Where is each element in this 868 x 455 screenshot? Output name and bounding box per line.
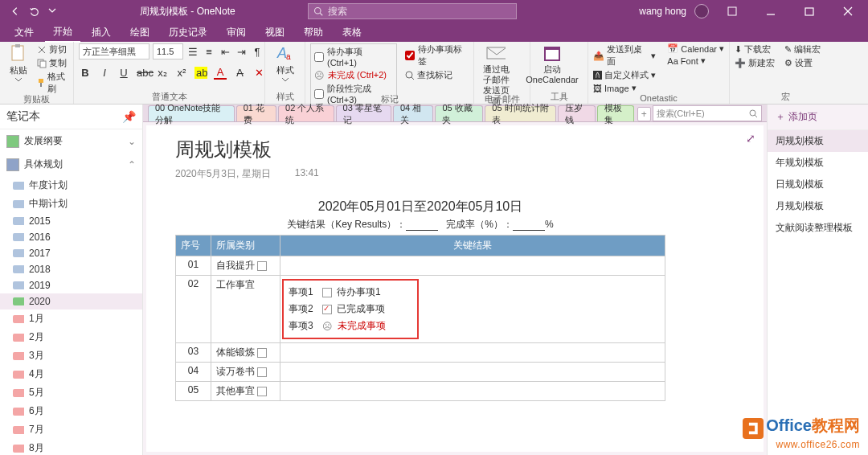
window-close-button[interactable]: [833, 0, 863, 23]
notebook-leaf[interactable]: 7月: [0, 420, 142, 439]
global-search[interactable]: 搜索: [308, 3, 517, 19]
notebook-section[interactable]: 发展纲要 ⌄: [0, 129, 142, 153]
bold-button[interactable]: B: [79, 67, 92, 79]
user-avatar[interactable]: [694, 4, 709, 18]
subscript-button[interactable]: x₂: [156, 67, 169, 79]
tag-todo[interactable]: 待办事项 (Ctrl+1): [314, 46, 393, 68]
notebook-leaf[interactable]: 6月: [0, 402, 142, 420]
content-subtitle[interactable]: 关键结果（Key Results）： 完成率（%）： %: [175, 218, 665, 232]
notebook-leaf[interactable]: 2020: [0, 293, 142, 309]
notebook-leaf[interactable]: 2017: [0, 245, 142, 261]
page-list-item[interactable]: 年规划模板: [768, 152, 868, 174]
dropdown-icon[interactable]: [48, 6, 59, 17]
expand-icon[interactable]: ⤢: [746, 132, 755, 145]
page-list-item[interactable]: 周规划模板: [768, 130, 868, 152]
notebook-leaf[interactable]: 2月: [0, 328, 142, 346]
outdent-icon[interactable]: ⇤: [219, 46, 231, 58]
page-list-item[interactable]: 日规划模板: [768, 174, 868, 195]
checkbox-done-icon[interactable]: [322, 305, 332, 314]
underline-button[interactable]: U: [117, 67, 130, 79]
notebook-leaf[interactable]: 5月: [0, 383, 142, 402]
font-size-select[interactable]: 11.5: [153, 43, 183, 59]
page-canvas[interactable]: ⤢ 周规划模板 2020年5月3日, 星期日 13:41 2020年05月01日…: [146, 125, 764, 452]
checkbox-icon[interactable]: [257, 348, 267, 358]
back-icon[interactable]: [10, 6, 21, 17]
download-macro-button[interactable]: ⬇ 下载宏: [735, 43, 775, 55]
user-name-label[interactable]: wang hong: [639, 6, 686, 17]
format-painter-button[interactable]: 格式刷: [37, 71, 68, 95]
superscript-button[interactable]: x²: [175, 67, 188, 79]
menu-item[interactable]: 表格: [334, 23, 370, 42]
section-tab[interactable]: 05 时间统计附表: [485, 105, 556, 121]
section-tab[interactable]: 05 收藏夹: [435, 105, 483, 121]
notebook-leaf[interactable]: 8月: [0, 439, 142, 455]
clear-format-button[interactable]: A̶: [233, 67, 246, 79]
copy-button[interactable]: 复制: [37, 57, 68, 69]
key-results-table[interactable]: 序号 所属类别 关键结果 01 自我提升 02 工作事宜: [175, 235, 665, 401]
font-name-select[interactable]: 方正兰亭细黑: [79, 43, 149, 59]
notebook-section[interactable]: 具体规划 ⌃: [0, 153, 142, 176]
image-button[interactable]: 🖼 Image ▾: [593, 83, 656, 93]
send-to-desktop-button[interactable]: 📤 发送到桌面 ▾: [593, 43, 656, 68]
notebook-leaf[interactable]: 2018: [0, 261, 142, 277]
notebook-leaf[interactable]: 2019: [0, 277, 142, 293]
notebook-leaf[interactable]: 1月: [0, 309, 142, 328]
page-search[interactable]: 搜索(Ctrl+E): [653, 105, 762, 121]
add-page-button[interactable]: ＋ 添加页: [768, 105, 868, 130]
undo-icon[interactable]: [29, 6, 40, 17]
strike-button[interactable]: abc: [137, 67, 149, 79]
notebook-leaf[interactable]: 4月: [0, 365, 142, 383]
font-button[interactable]: Aa Font ▾: [667, 55, 724, 66]
edit-macro-button[interactable]: ✎ 编辑宏: [784, 43, 821, 55]
menu-item[interactable]: 视图: [257, 23, 293, 42]
page-title[interactable]: 周规划模板: [175, 137, 735, 162]
notebook-leaf[interactable]: 中期计划: [0, 195, 142, 213]
styles-button[interactable]: Aa 样式: [270, 43, 300, 82]
highlight-button[interactable]: ab: [194, 67, 207, 79]
bullet-list-icon[interactable]: ☰: [186, 46, 199, 58]
menu-item[interactable]: 审阅: [219, 23, 254, 42]
window-minimize-button[interactable]: [755, 0, 786, 23]
section-tab[interactable]: 02 个人系统: [278, 105, 334, 121]
number-list-icon[interactable]: ≡: [203, 46, 215, 58]
paste-button[interactable]: 粘贴: [5, 43, 32, 82]
section-tab[interactable]: 01 花费: [236, 105, 276, 121]
checkbox-icon[interactable]: [257, 261, 267, 271]
calendar-button[interactable]: 📅 Calendar ▾: [667, 43, 724, 54]
page-list-item[interactable]: 文献阅读整理模板: [768, 217, 868, 239]
section-tab[interactable]: 04 相关: [393, 105, 433, 121]
window-maximize-button[interactable]: [794, 0, 825, 23]
launch-onecalendar-button[interactable]: 启动OneCalendar: [535, 43, 569, 85]
find-tags-button[interactable]: 查找标记: [405, 69, 469, 81]
page-list-item[interactable]: 月规划模板: [768, 195, 868, 217]
checkbox-icon[interactable]: [322, 288, 332, 297]
todo-tag-button[interactable]: 待办事项标签: [405, 43, 469, 68]
menu-item[interactable]: 绘图: [122, 23, 158, 42]
content-title[interactable]: 2020年05月01日至2020年05月10日: [175, 199, 665, 215]
font-color-button[interactable]: A: [214, 66, 227, 80]
section-tab[interactable]: 00 OneNote技能分解: [148, 105, 235, 121]
notebook-leaf[interactable]: 2016: [0, 229, 142, 245]
section-tab[interactable]: 03 零星笔记: [336, 105, 391, 121]
checkbox-icon[interactable]: [257, 387, 267, 396]
indent-icon[interactable]: ⇥: [235, 46, 248, 58]
section-tab[interactable]: 模板集: [597, 105, 635, 121]
notebook-leaf[interactable]: 2015: [0, 213, 142, 229]
menu-item[interactable]: 插入: [84, 23, 119, 42]
tag-undone[interactable]: ☹未完成 (Ctrl+2): [314, 69, 393, 81]
pin-icon[interactable]: 📌: [122, 110, 136, 123]
paragraph-icon[interactable]: ¶: [251, 46, 264, 58]
cut-button[interactable]: 剪切: [37, 43, 68, 55]
ribbon-toggle-icon[interactable]: [717, 0, 747, 23]
italic-button[interactable]: I: [98, 67, 111, 79]
section-tab[interactable]: 压岁钱: [558, 105, 596, 121]
settings-button[interactable]: ⚙ 设置: [784, 57, 821, 69]
custom-style-button[interactable]: 🅰 自定义样式 ▾: [593, 69, 656, 81]
menu-item[interactable]: 开始: [45, 23, 80, 43]
menu-item[interactable]: 文件: [6, 23, 42, 42]
menu-item[interactable]: 帮助: [296, 23, 331, 42]
new-macro-button[interactable]: ➕ 新建宏: [735, 57, 775, 69]
menu-item[interactable]: 历史记录: [161, 23, 215, 42]
add-section-button[interactable]: +: [637, 107, 650, 121]
checkbox-icon[interactable]: [257, 367, 267, 377]
